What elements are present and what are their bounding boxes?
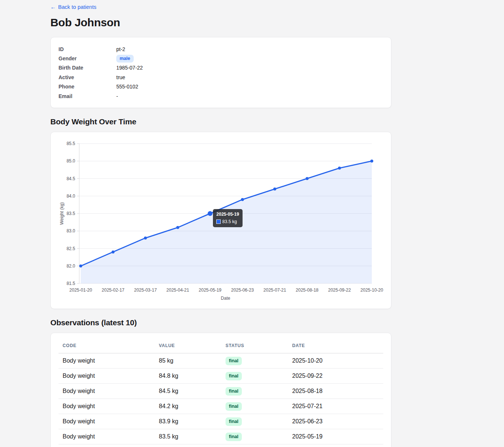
cell-status: final <box>221 444 288 447</box>
data-point[interactable] <box>176 226 179 229</box>
data-point[interactable] <box>306 177 308 180</box>
svg-text:2025-10-20: 2025-10-20 <box>360 288 383 293</box>
patient-info-card: IDpt-2GendermaleBirth Date1985-07-22Acti… <box>50 37 391 108</box>
weight-chart[interactable]: 81.582.082.583.083.584.084.585.085.52025… <box>51 132 391 309</box>
cell-code: Body weight <box>59 353 155 369</box>
data-point[interactable] <box>241 198 244 201</box>
svg-text:84.5: 84.5 <box>67 176 76 181</box>
cell-value: 83.9 kg <box>155 414 221 429</box>
cell-value: 83.5 kg <box>155 429 221 444</box>
svg-text:2025-05-19: 2025-05-19 <box>199 288 222 293</box>
cell-code: Body weight <box>59 414 155 429</box>
status-badge: final <box>226 372 242 380</box>
back-to-patients-link[interactable]: ← Back to patients <box>50 4 96 10</box>
table-row: Body weight83.5 kgfinal2025-05-19 <box>59 429 383 444</box>
cell-status: final <box>221 399 288 414</box>
patient-field-row: Gendermale <box>59 54 383 63</box>
cell-code: Body weight <box>59 444 155 447</box>
table-row: Body weight84.5 kgfinal2025-08-18 <box>59 384 383 399</box>
svg-text:2025-09-22: 2025-09-22 <box>328 288 351 293</box>
table-row: Body weight83.1 kgfinal2025-04-21 <box>59 444 383 447</box>
table-row: Body weight84.8 kgfinal2025-09-22 <box>59 369 383 384</box>
cell-date: 2025-08-18 <box>288 384 383 399</box>
status-badge: final <box>226 357 242 365</box>
cell-status: final <box>221 429 288 444</box>
svg-text:85.0: 85.0 <box>67 159 76 164</box>
status-badge: final <box>226 402 242 411</box>
field-value: true <box>116 74 125 80</box>
svg-text:84.0: 84.0 <box>67 194 76 199</box>
field-label: Birth Date <box>59 65 116 71</box>
svg-text:2025-03-17: 2025-03-17 <box>134 288 157 293</box>
column-header-date: DATE <box>288 333 383 353</box>
field-value: - <box>116 93 118 99</box>
cell-date: 2025-04-21 <box>288 444 383 447</box>
table-row: Body weight84.2 kgfinal2025-07-21 <box>59 399 383 414</box>
cell-date: 2025-09-22 <box>288 369 383 384</box>
field-label: Active <box>59 74 116 80</box>
table-row: Body weight85 kgfinal2025-10-20 <box>59 353 383 369</box>
cell-code: Body weight <box>59 369 155 384</box>
column-header-code: CODE <box>59 333 155 353</box>
patient-detail-page: ← Back to patients Bob Johnson IDpt-2Gen… <box>50 0 391 447</box>
cell-code: Body weight <box>59 384 155 399</box>
column-header-status: STATUS <box>221 333 288 353</box>
svg-text:2025-02-17: 2025-02-17 <box>102 288 125 293</box>
gender-badge: male <box>116 55 134 63</box>
cell-status: final <box>221 384 288 399</box>
cell-value: 84.8 kg <box>155 369 221 384</box>
data-point[interactable] <box>338 167 341 170</box>
cell-date: 2025-10-20 <box>288 353 383 369</box>
cell-code: Body weight <box>59 399 155 414</box>
cell-status: final <box>221 414 288 429</box>
cell-status: final <box>221 353 288 369</box>
status-badge: final <box>226 433 242 441</box>
patient-field-row: Phone555-0102 <box>59 82 383 91</box>
field-value: male <box>116 55 134 63</box>
data-point[interactable] <box>144 237 147 240</box>
svg-text:Date: Date <box>221 296 230 301</box>
back-link-label: Back to patients <box>58 4 96 10</box>
column-header-value: VALUE <box>155 333 221 353</box>
field-label: Email <box>59 93 116 99</box>
patient-field-row: Email- <box>59 91 383 101</box>
cell-code: Body weight <box>59 429 155 444</box>
cell-date: 2025-07-21 <box>288 399 383 414</box>
cell-value: 85 kg <box>155 353 221 369</box>
observations-section-title: Observations (latest 10) <box>50 318 391 327</box>
status-badge: final <box>226 387 242 396</box>
chart-section-title: Body Weight Over Time <box>50 117 391 126</box>
cell-date: 2025-05-19 <box>288 429 383 444</box>
chart-card: 81.582.082.583.083.584.084.585.085.52025… <box>50 132 391 309</box>
observations-table: CODEVALUESTATUSDATE Body weight85 kgfina… <box>59 333 383 447</box>
svg-text:82.5: 82.5 <box>67 246 76 251</box>
cell-value: 84.2 kg <box>155 399 221 414</box>
svg-text:2025-04-21: 2025-04-21 <box>166 288 189 293</box>
table-row: Body weight83.9 kgfinal2025-06-23 <box>59 414 383 429</box>
cell-date: 2025-06-23 <box>288 414 383 429</box>
svg-text:83.0: 83.0 <box>67 229 76 234</box>
svg-text:81.5: 81.5 <box>67 281 76 286</box>
data-point[interactable] <box>79 265 82 268</box>
svg-text:85.5: 85.5 <box>67 141 76 146</box>
field-value: 555-0102 <box>116 84 138 90</box>
patient-field-row: Birth Date1985-07-22 <box>59 63 383 73</box>
patient-field-row: IDpt-2 <box>59 44 383 54</box>
field-label: Phone <box>59 84 116 90</box>
data-point[interactable] <box>370 160 373 163</box>
back-arrow-icon: ← <box>50 4 56 10</box>
svg-text:2025-01-20: 2025-01-20 <box>69 288 92 293</box>
svg-text:82.0: 82.0 <box>67 263 76 269</box>
data-point[interactable] <box>273 188 276 191</box>
svg-text:Weight (kg): Weight (kg) <box>59 202 64 225</box>
svg-text:2025-08-18: 2025-08-18 <box>296 288 319 293</box>
observations-card: CODEVALUESTATUSDATE Body weight85 kgfina… <box>50 333 391 447</box>
page-title: Bob Johnson <box>50 16 391 29</box>
field-value: 1985-07-22 <box>116 65 143 71</box>
field-label: Gender <box>59 56 116 61</box>
data-point[interactable] <box>111 251 114 253</box>
data-point[interactable] <box>208 211 213 216</box>
svg-text:83.5: 83.5 <box>67 211 76 216</box>
cell-status: final <box>221 369 288 384</box>
patient-field-row: Activetrue <box>59 73 383 82</box>
